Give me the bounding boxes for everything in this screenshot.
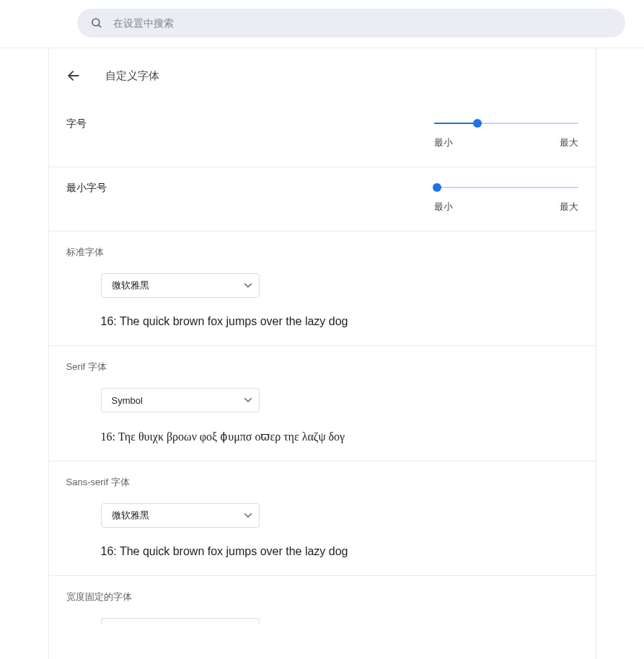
font-size-max-label: 最大 <box>560 136 578 149</box>
caret-down-icon <box>244 283 252 288</box>
caret-down-icon <box>244 398 252 402</box>
serif-font-preview: 16: Τηε θυιχκ βροων φοξ ϕυμπσ οϖερ τηε λ… <box>101 430 578 443</box>
font-size-label: 字号 <box>66 118 87 131</box>
page-title: 自定义字体 <box>105 69 159 83</box>
min-font-size-min-label: 最小 <box>434 200 453 213</box>
serif-font-label: Serif 字体 <box>66 361 578 373</box>
min-font-size-slider[interactable] <box>434 182 578 193</box>
svg-line-1 <box>98 25 100 27</box>
arrow-left-icon <box>66 68 81 83</box>
fixed-font-label: 宽度固定的字体 <box>66 591 578 603</box>
search-input[interactable] <box>113 17 612 29</box>
serif-font-dropdown[interactable]: Symbol <box>101 388 260 412</box>
min-font-size-label: 最小字号 <box>66 182 107 195</box>
caret-down-icon <box>244 513 252 518</box>
svg-point-0 <box>92 19 100 26</box>
fixed-font-dropdown[interactable] <box>101 618 260 625</box>
sans-font-dropdown[interactable]: 微软雅黑 <box>101 503 260 528</box>
search-icon <box>90 17 103 30</box>
search-box[interactable] <box>77 9 625 37</box>
font-size-slider[interactable] <box>434 118 578 129</box>
sans-font-preview: 16: The quick brown fox jumps over the l… <box>101 545 578 558</box>
sans-font-selected: 微软雅黑 <box>112 509 149 522</box>
sans-font-label: Sans-serif 字体 <box>66 476 578 489</box>
standard-font-label: 标准字体 <box>66 246 578 259</box>
back-button[interactable] <box>61 63 87 89</box>
standard-font-dropdown[interactable]: 微软雅黑 <box>101 273 260 298</box>
font-size-min-label: 最小 <box>434 136 453 149</box>
standard-font-selected: 微软雅黑 <box>112 279 149 292</box>
standard-font-preview: 16: The quick brown fox jumps over the l… <box>101 315 578 328</box>
min-font-size-max-label: 最大 <box>560 200 578 213</box>
serif-font-selected: Symbol <box>112 395 143 406</box>
